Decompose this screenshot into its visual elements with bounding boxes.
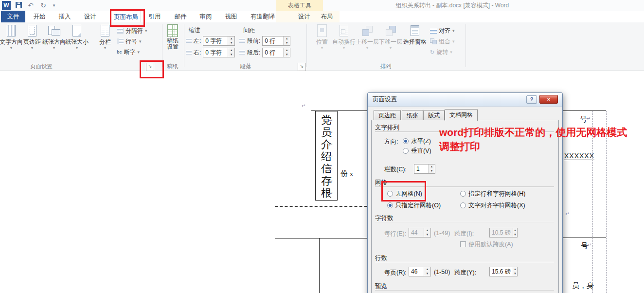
spin-up-icon[interactable]: ▲ — [228, 48, 234, 53]
dialog-tab-document-grid[interactable]: 文档网格 — [445, 109, 478, 121]
redo-icon[interactable]: ↻ — [38, 0, 49, 10]
tab-design[interactable]: 设计 — [79, 11, 101, 22]
tab-view[interactable]: 视图 — [220, 11, 242, 22]
field-label: 段后: — [247, 49, 260, 57]
rotate-button[interactable]: ↻ 旋转 ▾ — [430, 47, 452, 57]
chars-per-line-label: 每行(E): — [384, 230, 406, 238]
spin-down-icon[interactable]: ▼ — [429, 169, 435, 173]
indent-left-row: 左: 0 字符▲▼ — [186, 36, 235, 46]
position-button[interactable]: 位置 ▾ — [312, 24, 332, 61]
line-numbers-button[interactable]: 行号 ▾ — [117, 37, 142, 46]
radio-char-align-label[interactable]: 文字对齐字符网格(X) — [468, 201, 525, 210]
spin-down-icon[interactable]: ▼ — [284, 53, 290, 57]
spin-down-icon[interactable]: ▼ — [228, 53, 234, 57]
chevron-down-icon: ▾ — [321, 46, 323, 50]
radio-lines-and-chars-label[interactable]: 指定行和字符网格(H) — [468, 190, 525, 198]
use-default-pitch-label[interactable]: 使用默认跨度(A) — [468, 240, 513, 249]
dialog-title-bar[interactable]: 页面设置 ? × — [368, 93, 562, 107]
space-after-stepper[interactable]: 0 行▲▼ — [262, 48, 290, 57]
columns-count-stepper[interactable]: 1▲▼ — [414, 164, 435, 174]
dialog-tab-layout[interactable]: 版式 — [423, 110, 445, 120]
chevron-down-icon: ▾ — [10, 46, 13, 50]
chevron-down-icon: ▾ — [145, 28, 147, 33]
table-border — [275, 238, 367, 238]
radio-vertical-label[interactable]: 垂直(V) — [411, 147, 431, 155]
char-pitch-stepper[interactable]: 10.5 磅▲▼ — [489, 228, 518, 238]
radio-horizontal-label[interactable]: 水平(Z) — [411, 137, 431, 146]
tab-home[interactable]: 开始 — [28, 11, 51, 22]
tab-review[interactable]: 审阅 — [195, 11, 217, 22]
send-backward-button[interactable]: 下移一层 ▾ — [379, 24, 402, 61]
indent-right-stepper[interactable]: 0 字符▲▼ — [203, 48, 235, 57]
paragraph-mark-icon: ↵ — [329, 154, 333, 160]
spin-down-icon[interactable]: ▼ — [513, 272, 517, 276]
grid-paper-setup-button[interactable]: 稿纸 设置 — [163, 24, 182, 61]
spin-up-icon[interactable]: ▲ — [284, 37, 290, 41]
line-numbers-icon — [117, 38, 124, 44]
chevron-down-icon: ▾ — [343, 46, 345, 50]
spin-up-icon[interactable]: ▲ — [424, 228, 430, 233]
dialog-tab-paper[interactable]: 纸张 — [402, 110, 423, 120]
spin-down-icon[interactable]: ▼ — [424, 233, 430, 237]
spin-up-icon[interactable]: ▲ — [513, 267, 517, 272]
wrap-text-button[interactable]: 自动换行 ▾ — [333, 24, 355, 61]
margins-button[interactable]: 页边距 ▾ — [22, 24, 42, 61]
paragraph-dialog-launcher[interactable]: ↘ — [298, 63, 306, 71]
group-objects-icon — [430, 38, 437, 44]
field-label: 左: — [194, 37, 201, 45]
spin-up-icon[interactable]: ▲ — [424, 267, 430, 272]
lines-per-page-stepper[interactable]: 46▲▼ — [409, 267, 431, 276]
use-default-pitch-checkbox[interactable] — [460, 241, 466, 247]
group-button[interactable]: 组合 ▾ — [430, 37, 455, 46]
paper-size-button[interactable]: 纸张大小 ▾ — [66, 24, 88, 61]
spin-down-icon[interactable]: ▼ — [228, 41, 234, 45]
tab-table-layout[interactable]: 布局 — [316, 11, 338, 22]
chevron-down-icon: ▾ — [138, 50, 140, 55]
line-pitch-stepper[interactable]: 15.6 磅▲▼ — [489, 267, 518, 276]
selection-pane-button[interactable]: 选择窗格 — [403, 24, 427, 61]
radio-vertical[interactable] — [403, 148, 409, 154]
save-icon[interactable] — [16, 2, 22, 8]
spin-up-icon[interactable]: ▲ — [228, 37, 234, 41]
orientation-button[interactable]: 纸张方向 ▾ — [43, 24, 65, 61]
indent-left-stepper[interactable]: 0 字符▲▼ — [203, 36, 235, 46]
radio-lines-and-chars[interactable] — [460, 191, 466, 197]
section-header-line-count: 行数 — [375, 254, 387, 262]
tab-insert[interactable]: 插入 — [54, 11, 76, 22]
tab-mailings[interactable]: 邮件 — [169, 11, 192, 22]
tab-table-design[interactable]: 设计 — [293, 11, 315, 22]
button-label: 断字 — [124, 48, 136, 56]
radio-char-align[interactable] — [460, 202, 466, 208]
undo-icon[interactable]: ↶ — [25, 0, 36, 10]
columns-button[interactable]: 分栏 ▾ — [95, 24, 115, 61]
spin-up-icon[interactable]: ▲ — [429, 165, 435, 169]
text-direction-button[interactable]: 文字方向 ▾ — [1, 24, 21, 61]
spin-down-icon[interactable]: ▼ — [513, 233, 517, 237]
space-before-stepper[interactable]: 0 行▲▼ — [262, 36, 290, 46]
dialog-tab-margins[interactable]: 页边距 — [374, 110, 401, 120]
tab-references[interactable]: 引用 — [143, 11, 166, 22]
spin-down-icon[interactable]: ▼ — [284, 41, 290, 45]
radio-lines-only[interactable] — [387, 202, 393, 208]
tab-file[interactable]: 文件 — [1, 11, 25, 22]
dialog-close-button[interactable]: × — [539, 95, 558, 104]
spin-up-icon[interactable]: ▲ — [513, 228, 517, 233]
bring-forward-button[interactable]: 上移一层 ▾ — [356, 24, 378, 61]
dialog-help-button[interactable]: ? — [526, 95, 537, 104]
chars-per-line-stepper[interactable]: 44▲▼ — [409, 228, 431, 238]
align-button[interactable]: 对齐 ▾ — [430, 26, 455, 36]
radio-lines-only-label[interactable]: 只指定行网格(O) — [395, 201, 441, 210]
breaks-button[interactable]: 分隔符 ▾ — [117, 26, 147, 36]
table-border — [275, 265, 320, 265]
field-label: 右: — [194, 49, 201, 57]
section-divider — [375, 262, 554, 263]
quick-access-dropdown-icon[interactable]: ▾ — [49, 0, 59, 10]
document-text-fragment: 份 x — [340, 169, 353, 179]
radio-horizontal[interactable] — [403, 138, 409, 144]
button-label: 页边距 — [23, 38, 41, 45]
spin-down-icon[interactable]: ▼ — [424, 272, 430, 276]
spin-up-icon[interactable]: ▲ — [284, 48, 290, 53]
tab-youdao-translate[interactable]: 有道翻译 — [245, 11, 280, 22]
hyphenation-button[interactable]: bc 断字 ▾ — [117, 47, 140, 57]
paragraph-mark-icon: ↵ — [329, 130, 333, 135]
